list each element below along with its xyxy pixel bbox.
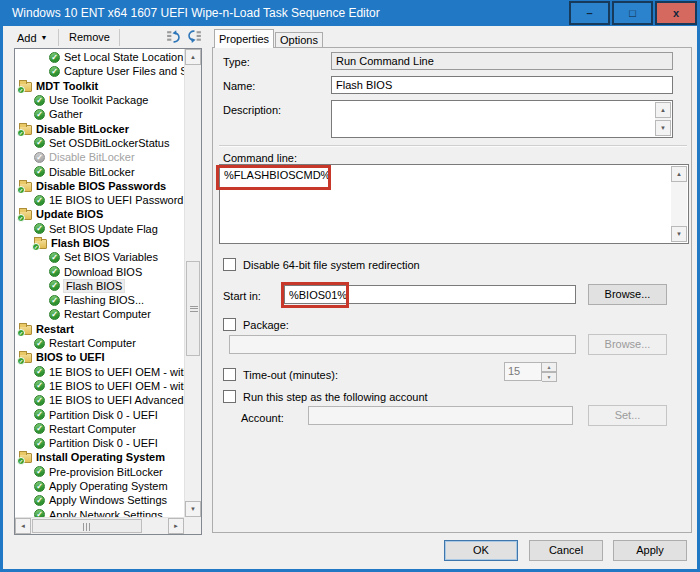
command-line-scrollbar[interactable]: ▲ ▼ [671, 166, 687, 242]
tree-item[interactable]: ✓Disable BitLocker [15, 121, 184, 135]
tree-item-label: Disable BitLocker [36, 123, 129, 135]
move-down-button[interactable] [186, 28, 205, 47]
horizontal-scroll-thumb[interactable] [32, 519, 142, 533]
tree-item[interactable]: ✓Apply Windows Settings [15, 493, 184, 507]
tree-item[interactable]: ✓Use Toolkit Package [15, 93, 184, 107]
maximize-button[interactable]: □ [612, 1, 653, 25]
package-checkbox[interactable] [223, 318, 236, 331]
tree-item[interactable]: ✓Install Operating System [15, 450, 184, 464]
tree-item[interactable]: ✓Update BIOS [15, 207, 184, 221]
tree-item[interactable]: ✓Disable BitLocker [15, 164, 184, 178]
tree-item[interactable]: ✓Set BIOS Variables [15, 250, 184, 264]
scroll-up-icon[interactable]: ▲ [671, 166, 687, 182]
tree-item[interactable]: ✓Flash BIOS [15, 236, 184, 250]
account-label: Account: [241, 412, 284, 424]
step-check-icon: ✓ [34, 109, 45, 120]
close-button[interactable]: x [655, 1, 697, 25]
tree-item-label: Disable BIOS Passwords [36, 180, 166, 192]
description-label: Description: [223, 104, 281, 116]
tree-item-label: 1E BIOS to UEFI OEM - with S [49, 366, 184, 378]
tree-item[interactable]: ✓1E BIOS to UEFI Password Set [15, 193, 184, 207]
run-as-account-label: Run this step as the following account [243, 391, 428, 403]
timeout-checkbox[interactable] [223, 368, 236, 381]
section-separator [219, 145, 687, 147]
tree-item[interactable]: ✓Partition Disk 0 - UEFI [15, 436, 184, 450]
run-as-account-checkbox[interactable] [223, 390, 236, 403]
scroll-up-icon[interactable]: ▲ [655, 102, 671, 118]
tree-item[interactable]: ✓Disable BIOS Passwords [15, 179, 184, 193]
scroll-right-icon[interactable]: ► [168, 518, 184, 534]
remove-button[interactable]: Remove [63, 28, 116, 47]
step-check-icon: ✓ [49, 66, 60, 77]
add-button[interactable]: Add▼ [11, 28, 54, 47]
step-check-icon: ✓ [34, 395, 45, 406]
group-folder-icon: ✓ [19, 353, 32, 363]
step-check-icon: ✓ [34, 95, 45, 106]
add-button-label: Add [17, 32, 37, 44]
tree-item-label: Flash BIOS [51, 237, 110, 249]
tree-item[interactable]: ✓Partition Disk 0 - UEFI [15, 407, 184, 421]
move-up-button[interactable] [165, 28, 184, 47]
tree-item[interactable]: ✓1E BIOS to UEFI Advanced Se [15, 393, 184, 407]
tree-item[interactable]: ✓Set BIOS Update Flag [15, 222, 184, 236]
spinner-down-icon[interactable]: ▼ [542, 372, 557, 382]
scroll-left-icon[interactable]: ◄ [15, 518, 31, 534]
scroll-down-icon[interactable]: ▼ [671, 226, 687, 242]
scroll-down-icon[interactable]: ▼ [655, 120, 671, 136]
tree-item[interactable]: ✓Set OSDBitLockerStatus [15, 136, 184, 150]
scroll-down-icon[interactable]: ▼ [185, 501, 201, 517]
tree-item[interactable]: ✓Flashing BIOS... [15, 293, 184, 307]
tree-item[interactable]: ✓Disable BitLocker [15, 150, 184, 164]
minimize-button[interactable]: – [569, 1, 610, 25]
tree-item[interactable]: ✓Set Local State Location [15, 50, 184, 64]
cancel-button[interactable]: Cancel [529, 540, 603, 561]
spinner-up-icon[interactable]: ▲ [542, 362, 557, 372]
tree-item[interactable]: ✓Gather [15, 107, 184, 121]
tree-item[interactable]: ✓Download BIOS [15, 264, 184, 278]
start-in-browse-button[interactable]: Browse... [588, 284, 667, 305]
tree-item[interactable]: ✓Restart Computer [15, 422, 184, 436]
command-line-input[interactable]: %FLASHBIOSCMD% ▲ ▼ [219, 164, 689, 244]
step-check-icon: ✓ [49, 252, 60, 263]
name-input[interactable] [331, 76, 673, 94]
tree-horizontal-scrollbar[interactable]: ◄ ► [15, 517, 184, 534]
tree-item[interactable]: ✓BIOS to UEFI [15, 350, 184, 364]
add-dropdown-caret-icon: ▼ [41, 34, 48, 41]
disable-64bit-checkbox[interactable] [223, 258, 236, 271]
tree-item-label: Set BIOS Update Flag [49, 223, 158, 235]
cancel-button-label: Cancel [549, 544, 583, 556]
tree-item[interactable]: ✓1E BIOS to UEFI OEM - with S [15, 365, 184, 379]
tree-item[interactable]: ✓Apply Operating System [15, 479, 184, 493]
tab-properties[interactable]: Properties [214, 29, 274, 48]
tree-item[interactable]: ✓Restart Computer [15, 307, 184, 321]
tree-item-label: Disable BitLocker [49, 151, 135, 163]
tree-item[interactable]: ✓1E BIOS to UEFI OEM - withou [15, 379, 184, 393]
tree-item[interactable]: ✓Flash BIOS [15, 279, 184, 293]
ok-button[interactable]: OK [444, 540, 518, 561]
step-check-icon: ✓ [34, 509, 45, 517]
tree-item-label: Set OSDBitLockerStatus [49, 137, 169, 149]
tree-view: ✓Set Local State Location✓Capture User F… [15, 50, 184, 517]
tree-item-label: Pre-provision BitLocker [49, 466, 163, 478]
tree-vertical-scrollbar[interactable]: ▲ ▼ [184, 49, 201, 517]
start-in-input[interactable] [284, 285, 576, 304]
scroll-up-icon[interactable]: ▲ [185, 49, 201, 65]
tree-item[interactable]: ✓Pre-provision BitLocker [15, 465, 184, 479]
tab-properties-label: Properties [219, 33, 269, 45]
folder-check-badge-icon: ✓ [32, 243, 40, 250]
browse-button-label: Browse... [605, 338, 651, 350]
vertical-scroll-thumb[interactable] [186, 261, 200, 356]
description-input[interactable]: ▲ ▼ [331, 100, 673, 138]
tree-item[interactable]: ✓Capture User Files and Sett [15, 64, 184, 78]
timeout-spinner: 15 ▲ ▼ [504, 362, 557, 381]
step-check-icon: ✓ [34, 481, 45, 492]
description-scrollbar[interactable]: ▲ ▼ [655, 102, 671, 136]
tab-options[interactable]: Options [275, 32, 323, 48]
tree-item[interactable]: ✓Apply Network Settings [15, 508, 184, 518]
tree-item[interactable]: ✓Restart [15, 322, 184, 336]
apply-button[interactable]: Apply [613, 540, 687, 561]
tree-item-label: Set BIOS Variables [64, 251, 158, 263]
tree-item[interactable]: ✓Restart Computer [15, 336, 184, 350]
group-folder-icon: ✓ [19, 325, 32, 335]
tree-item[interactable]: ✓MDT Toolkit [15, 79, 184, 93]
